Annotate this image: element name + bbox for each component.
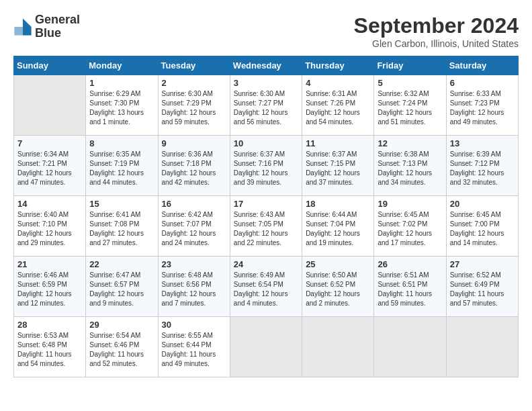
table-row: 14 Sunrise: 6:40 AMSunset: 7:10 PMDaylig… [14, 196, 519, 257]
table-row: 21 Sunrise: 6:46 AMSunset: 6:59 PMDaylig… [14, 257, 519, 317]
table-cell-day28: 28 Sunrise: 6:53 AMSunset: 6:48 PMDaylig… [14, 317, 86, 377]
table-cell-day22: 22 Sunrise: 6:47 AMSunset: 6:57 PMDaylig… [86, 257, 158, 317]
table-cell-day1: 1 Sunrise: 6:29 AMSunset: 7:30 PMDayligh… [86, 75, 158, 136]
table-cell-day2: 2 Sunrise: 6:30 AMSunset: 7:29 PMDayligh… [158, 75, 230, 136]
calendar-table: Sunday Monday Tuesday Wednesday Thursday… [13, 56, 519, 377]
title-area: September 2024 Glen Carbon, Illinois, Un… [354, 13, 519, 49]
page-header: General Blue September 2024 Glen Carbon,… [13, 13, 519, 49]
logo-icon [13, 17, 32, 36]
table-cell-day27: 27 Sunrise: 6:52 AMSunset: 6:49 PMDaylig… [446, 257, 518, 317]
table-cell-day16: 16 Sunrise: 6:42 AMSunset: 7:07 PMDaylig… [158, 196, 230, 257]
table-cell-day3: 3 Sunrise: 6:30 AMSunset: 7:27 PMDayligh… [230, 75, 302, 136]
table-cell-day23: 23 Sunrise: 6:48 AMSunset: 6:56 PMDaylig… [158, 257, 230, 317]
table-cell-day21: 21 Sunrise: 6:46 AMSunset: 6:59 PMDaylig… [14, 257, 86, 317]
table-cell-day15: 15 Sunrise: 6:41 AMSunset: 7:08 PMDaylig… [86, 196, 158, 257]
table-cell-day29: 29 Sunrise: 6:54 AMSunset: 6:46 PMDaylig… [86, 317, 158, 377]
svg-marker-2 [14, 27, 23, 36]
logo-text: General Blue [35, 13, 80, 40]
table-cell-day30: 30 Sunrise: 6:55 AMSunset: 6:44 PMDaylig… [158, 317, 230, 377]
table-cell-day26: 26 Sunrise: 6:51 AMSunset: 6:51 PMDaylig… [374, 257, 446, 317]
table-cell-day8: 8 Sunrise: 6:35 AMSunset: 7:19 PMDayligh… [86, 136, 158, 196]
empty-cell [230, 317, 302, 377]
table-row: 28 Sunrise: 6:53 AMSunset: 6:48 PMDaylig… [14, 317, 519, 377]
table-cell-day20: 20 Sunrise: 6:45 AMSunset: 7:00 PMDaylig… [446, 196, 518, 257]
table-row: 1 Sunrise: 6:29 AMSunset: 7:30 PMDayligh… [14, 75, 519, 136]
table-cell-day11: 11 Sunrise: 6:37 AMSunset: 7:15 PMDaylig… [302, 136, 374, 196]
svg-marker-0 [23, 18, 32, 27]
table-cell-day5: 5 Sunrise: 6:32 AMSunset: 7:24 PMDayligh… [374, 75, 446, 136]
table-cell-day13: 13 Sunrise: 6:39 AMSunset: 7:12 PMDaylig… [446, 136, 518, 196]
table-cell-day9: 9 Sunrise: 6:36 AMSunset: 7:18 PMDayligh… [158, 136, 230, 196]
table-cell-day12: 12 Sunrise: 6:38 AMSunset: 7:13 PMDaylig… [374, 136, 446, 196]
table-cell-day25: 25 Sunrise: 6:50 AMSunset: 6:52 PMDaylig… [302, 257, 374, 317]
table-cell-day17: 17 Sunrise: 6:43 AMSunset: 7:05 PMDaylig… [230, 196, 302, 257]
table-cell-day6: 6 Sunrise: 6:33 AMSunset: 7:23 PMDayligh… [446, 75, 518, 136]
header-friday: Friday [374, 56, 446, 75]
logo: General Blue [13, 13, 80, 40]
table-cell-day19: 19 Sunrise: 6:45 AMSunset: 7:02 PMDaylig… [374, 196, 446, 257]
table-cell-day10: 10 Sunrise: 6:37 AMSunset: 7:16 PMDaylig… [230, 136, 302, 196]
table-cell-day24: 24 Sunrise: 6:49 AMSunset: 6:54 PMDaylig… [230, 257, 302, 317]
table-cell-day4: 4 Sunrise: 6:31 AMSunset: 7:26 PMDayligh… [302, 75, 374, 136]
empty-cell [302, 317, 374, 377]
svg-marker-1 [23, 27, 32, 36]
empty-cell [14, 75, 86, 136]
table-cell-day18: 18 Sunrise: 6:44 AMSunset: 7:04 PMDaylig… [302, 196, 374, 257]
header-saturday: Saturday [446, 56, 518, 75]
month-title: September 2024 [354, 13, 519, 38]
header-sunday: Sunday [14, 56, 86, 75]
weekday-header-row: Sunday Monday Tuesday Wednesday Thursday… [14, 56, 519, 75]
table-cell-day7: 7 Sunrise: 6:34 AMSunset: 7:21 PMDayligh… [14, 136, 86, 196]
header-wednesday: Wednesday [230, 56, 302, 75]
header-tuesday: Tuesday [158, 56, 230, 75]
table-row: 7 Sunrise: 6:34 AMSunset: 7:21 PMDayligh… [14, 136, 519, 196]
location: Glen Carbon, Illinois, United States [354, 38, 519, 49]
empty-cell [374, 317, 446, 377]
header-thursday: Thursday [302, 56, 374, 75]
table-cell-day14: 14 Sunrise: 6:40 AMSunset: 7:10 PMDaylig… [14, 196, 86, 257]
header-monday: Monday [86, 56, 158, 75]
empty-cell [446, 317, 518, 377]
